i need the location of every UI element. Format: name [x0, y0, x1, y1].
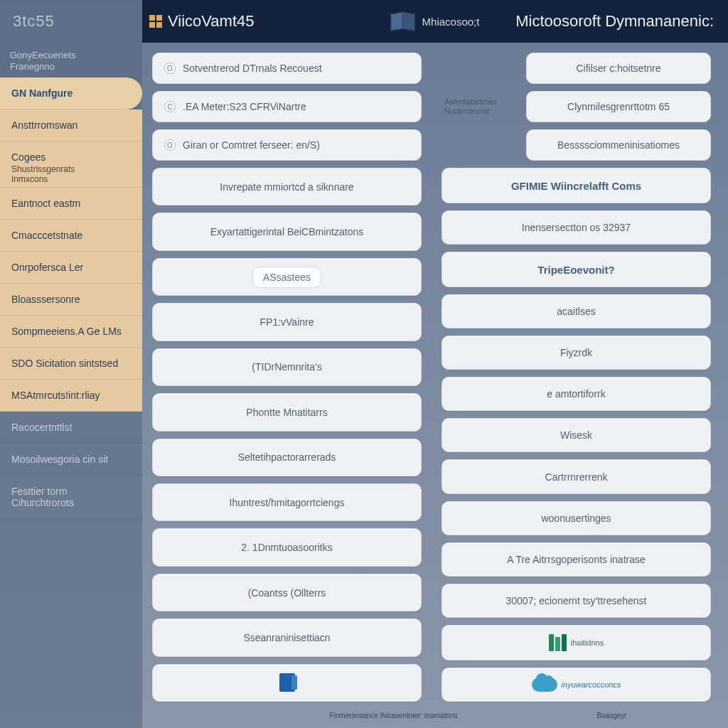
pill-phontte[interactable]: Phontte Mnatitarrs	[152, 393, 422, 431]
pill-label: Ihuntrest/hmitagorrtciengs	[230, 497, 345, 508]
pill-label: Bessssciommeninisatiomes	[557, 139, 680, 151]
pill-label: .EA Meter:S23 CFRViNartre	[183, 101, 306, 112]
row-r-icons: ihaitidnns	[441, 625, 711, 660]
pill-label: Inensersectton os 32937	[522, 222, 631, 233]
row-l-0: OSotventrerod DTrnals Recouest	[152, 53, 422, 84]
pill-label: FP1:vVainre	[260, 316, 314, 328]
header: ViicoVamt45 Mhiacosoo;t Mictoosoroft Dym…	[142, 0, 728, 43]
pill-seltetihpactorarrerads[interactable]: Seltetihpactorarrerads	[152, 439, 422, 476]
pill-label: Exyartattigerintal BeiCBmintzatons	[210, 226, 364, 237]
pill-eamtortiforrk[interactable]: e amtortiforrk	[441, 377, 711, 411]
pill-label: 30007; ecionernt tsy'ttresehenst	[505, 595, 646, 606]
bullet-icon: O	[164, 63, 176, 74]
sidebar-item-msatmrcuts[interactable]: MSAtmrcuts!int:rliay	[0, 380, 142, 412]
pill-label: Giran or Comtret ferseer: en/S)	[183, 139, 320, 151]
header-left: ViicoVamt45	[149, 12, 254, 31]
pill-label: (TIDrNemnrita's	[252, 361, 321, 373]
pill-label: Sseanraninisettiacn	[243, 632, 330, 643]
pill-label: GFIMIE Wiincrelafft Coms	[511, 180, 641, 192]
pill-inensersectton[interactable]: Inensersectton os 32937	[441, 210, 711, 245]
pill-assastees[interactable]: ASsastees	[152, 258, 422, 296]
books-label: ihaitidnns	[571, 638, 604, 647]
pill-tidrnemnritas[interactable]: (TIDrNemnrita's	[152, 348, 422, 386]
cloud-label: inyuwarcocconcs	[562, 680, 621, 689]
pill-wisesk[interactable]: Wisesk	[441, 418, 711, 452]
sidebar: 3tc55 GonyEecuenets Franegnno GN Nanfgur…	[0, 0, 142, 728]
pill-bessss[interactable]: Bessssciommeninisatiomes	[526, 129, 711, 161]
sidebar-subhead: GonyEecuenets Franegnno	[0, 43, 142, 77]
header-center: Mhiacosoo;t	[391, 11, 480, 31]
sidebar-item-cogees-sub1: Shustrissgenrats	[11, 164, 131, 174]
pill-label: acaitlses	[557, 306, 595, 317]
sidebar-item-sdo[interactable]: SDO Sicitation sintstsed	[0, 348, 142, 380]
pill-label: A Tre Aitrrsgoperisonts inatrase	[507, 554, 646, 565]
sidebar-item-eantnoct[interactable]: Eantnoct eastm	[0, 188, 142, 220]
sidebar-item-onrpofersca[interactable]: Onrpofersca Ler	[0, 252, 142, 284]
pill-books[interactable]: ihaitidnns	[441, 625, 711, 660]
sidebar-subhead-1: GonyEecuenets	[10, 50, 132, 61]
sidebar-item-festtier[interactable]: Festtier torm Cihurchtrorots	[0, 476, 142, 519]
main: ViicoVamt45 Mhiacosoo;t Mictoosoroft Dym…	[142, 0, 728, 728]
pill-fiyzrdk[interactable]: Fiyzrdk	[441, 336, 711, 370]
pill-cartrrnrerrenk[interactable]: Cartrrnrerrenk	[441, 459, 711, 493]
pill-ea-meter[interactable]: C.EA Meter:S23 CFRViNartre	[152, 91, 422, 122]
pill-giran[interactable]: OGiran or Comtret ferseer: en/S)	[152, 129, 422, 161]
pill-box-icon[interactable]	[152, 664, 422, 702]
pill-label: Sotventrerod DTrnals Recouest	[183, 63, 322, 74]
cloud-icon	[532, 678, 557, 692]
sidebar-item-cogees[interactable]: Cogees Shustrissgenrats Inmxcons	[0, 141, 142, 188]
footer-labels: Finmersnsance Ihicasentnier: mamatnns Bo…	[142, 709, 728, 728]
pill-exyartattigerintal[interactable]: Exyartattigerintal BeiCBmintzatons	[152, 213, 422, 250]
row-l-2: OGiran or Comtret ferseer: en/S)	[152, 129, 422, 161]
pill-label: Wisesk	[560, 429, 592, 441]
mini-label-asferitatartcain: Asferitatartcain Nudirrotnontt	[441, 97, 516, 116]
bullet-icon: O	[164, 139, 176, 151]
pill-ihuntrest[interactable]: Ihuntrest/hmitagorrtciengs	[152, 483, 422, 521]
pill-sotventrerod[interactable]: OSotventrerod DTrnals Recouest	[152, 53, 422, 84]
pill-label: Phontte Mnatitarrs	[246, 407, 327, 418]
footer-left: Finmersnsance Ihicasentnier: mamatnns	[294, 712, 493, 719]
pill-label: Cartrrnrerrenk	[545, 471, 608, 483]
column-left: OSotventrerod DTrnals Recouest C.EA Mete…	[152, 53, 422, 702]
header-title-left: ViicoVamt45	[168, 12, 254, 31]
row-r-2: Bessssciommeninisatiomes	[441, 129, 711, 161]
pill-coantss[interactable]: (Coantss (Ollterrs	[152, 574, 422, 611]
footer-right: Boasgeyr	[513, 712, 711, 719]
sidebar-item-gn-nanfgure[interactable]: GN Nanfgure	[0, 77, 142, 109]
pill-label: Fiyzrdk	[560, 347, 592, 358]
sidebar-subhead-2: Franegnno	[10, 61, 132, 73]
sidebar-item-racocertnttlst[interactable]: Racocertnttlst	[0, 412, 142, 444]
pill-sseanraninisettiacn[interactable]: Sseanraninisettiacn	[152, 619, 422, 656]
pill-label: woonusertinges	[541, 513, 611, 524]
pill-30007[interactable]: 30007; ecionernt tsy'ttresehenst	[441, 584, 711, 618]
pill-label: Invrepate mmiortcd a siknnare	[220, 181, 353, 193]
pill-invrepate[interactable]: Invrepate mmiortcd a siknnare	[152, 168, 422, 205]
sidebar-items: GN Nanfgure Ansttrromswan Cogees Shustri…	[0, 77, 142, 519]
chip-assastees[interactable]: ASsastees	[252, 267, 321, 288]
pill-aitrrsgoperisonts[interactable]: A Tre Aitrrsgoperisonts inatrase	[441, 542, 711, 577]
box-icon	[279, 673, 295, 692]
pill-acaitlses[interactable]: acaitlses	[441, 294, 711, 328]
pill-cloud[interactable]: inyuwarcocconcs	[441, 668, 711, 702]
pill-1dnmtuoasooritks[interactable]: 2. 1Dnmtuoasooritks	[152, 528, 422, 566]
pill-tripeeoevonit[interactable]: TripeEoevonit?	[441, 252, 711, 287]
sidebar-item-bloasssersonre[interactable]: Bloasssersonre	[0, 284, 142, 316]
cloudwrap: inyuwarcocconcs	[532, 678, 621, 692]
bullet-icon: C	[164, 101, 176, 112]
row-l-1: C.EA Meter:S23 CFRViNartre	[152, 91, 422, 122]
pill-label: Clynmilesgrenrttotm 65	[567, 101, 670, 112]
pill-cifilser[interactable]: Cifilser c:hoitsetnre	[526, 53, 711, 84]
sidebar-item-cmacccetstnate[interactable]: Cmacccetstnate	[0, 220, 142, 252]
pill-label: e amtortiforrk	[547, 388, 605, 400]
pill-clynmilesgrenrttotm[interactable]: Clynmilesgrenrttotm 65	[526, 91, 711, 122]
column-right: Cifilser c:hoitsetnre Asferitatartcain N…	[441, 53, 711, 702]
sidebar-item-mosoilwesgoria[interactable]: Mosoilwesgoria cin sit	[0, 444, 142, 476]
header-title-right: Mictoosoroft Dymnananenic:	[515, 12, 714, 31]
sidebar-item-ansttrromswan[interactable]: Ansttrromswan	[0, 109, 142, 141]
books-icon	[549, 634, 567, 651]
pill-woonusertinges[interactable]: woonusertinges	[441, 501, 711, 535]
pill-fp1vvainre[interactable]: FP1:vVainre	[152, 303, 422, 341]
pill-gfimie[interactable]: GFIMIE Wiincrelafft Coms	[441, 168, 711, 203]
pill-label: (Coantss (Ollterrs	[248, 587, 326, 599]
sidebar-item-sompmeeiens[interactable]: Sompmeeiens.A Ge LMs	[0, 316, 142, 348]
